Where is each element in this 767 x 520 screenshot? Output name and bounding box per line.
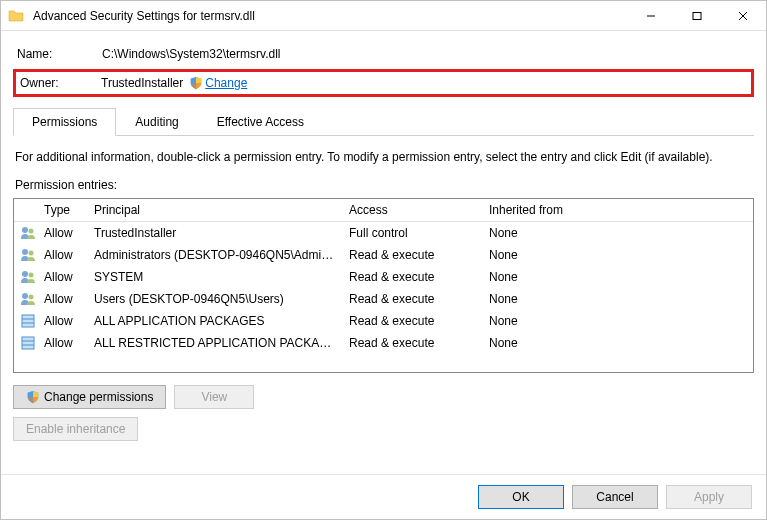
maximize-button[interactable] xyxy=(674,1,720,30)
table-row[interactable]: AllowALL RESTRICTED APPLICATION PACKAGES… xyxy=(14,332,753,354)
cancel-button[interactable]: Cancel xyxy=(572,485,658,509)
owner-value: TrustedInstaller xyxy=(101,76,183,90)
tab-auditing[interactable]: Auditing xyxy=(116,108,197,136)
entry-type: Allow xyxy=(38,288,88,310)
advanced-security-window: Advanced Security Settings for termsrv.d… xyxy=(0,0,767,520)
apply-button: Apply xyxy=(666,485,752,509)
entry-principal: ALL RESTRICTED APPLICATION PACKAGES xyxy=(88,332,343,354)
list-header: Type Principal Access Inherited from xyxy=(14,199,753,222)
entry-access: Read & execute xyxy=(343,332,483,354)
dialog-footer: OK Cancel Apply xyxy=(1,474,766,519)
help-text: For additional information, double-click… xyxy=(13,136,754,174)
entry-inherited: None xyxy=(483,310,753,332)
close-button[interactable] xyxy=(720,1,766,30)
entry-type: Allow xyxy=(38,266,88,288)
entry-principal: TrustedInstaller xyxy=(88,222,343,244)
package-icon xyxy=(14,331,38,355)
entry-access: Full control xyxy=(343,222,483,244)
owner-row-highlight: Owner: TrustedInstaller Change xyxy=(13,69,754,97)
owner-label: Owner: xyxy=(18,76,101,90)
table-row[interactable]: AllowAdministrators (DESKTOP-0946QN5\Adm… xyxy=(14,244,753,266)
table-row[interactable]: AllowUsers (DESKTOP-0946QN5\Users)Read &… xyxy=(14,288,753,310)
entry-type: Allow xyxy=(38,310,88,332)
entry-inherited: None xyxy=(483,288,753,310)
ok-button[interactable]: OK xyxy=(478,485,564,509)
table-row[interactable]: AllowTrustedInstallerFull controlNone xyxy=(14,222,753,244)
permission-entries-list[interactable]: Type Principal Access Inherited from All… xyxy=(13,198,754,373)
change-permissions-button[interactable]: Change permissions xyxy=(13,385,166,409)
entry-principal: Users (DESKTOP-0946QN5\Users) xyxy=(88,288,343,310)
entry-access: Read & execute xyxy=(343,266,483,288)
table-row[interactable]: AllowSYSTEMRead & executeNone xyxy=(14,266,753,288)
entry-access: Read & execute xyxy=(343,244,483,266)
tab-effective-access[interactable]: Effective Access xyxy=(198,108,323,136)
entry-inherited: None xyxy=(483,332,753,354)
users-icon xyxy=(14,221,38,245)
entry-type: Allow xyxy=(38,244,88,266)
name-row: Name: C:\Windows\System32\termsrv.dll xyxy=(13,41,754,67)
entry-inherited: None xyxy=(483,244,753,266)
col-access[interactable]: Access xyxy=(343,199,483,221)
entry-access: Read & execute xyxy=(343,310,483,332)
shield-icon xyxy=(189,76,203,90)
col-inherited[interactable]: Inherited from xyxy=(483,199,753,221)
shield-icon xyxy=(26,390,40,404)
entry-type: Allow xyxy=(38,222,88,244)
entry-principal: Administrators (DESKTOP-0946QN5\Admini..… xyxy=(88,244,343,266)
package-icon xyxy=(14,309,38,333)
col-type[interactable]: Type xyxy=(38,199,88,221)
change-owner-link[interactable]: Change xyxy=(205,76,247,90)
entry-inherited: None xyxy=(483,266,753,288)
titlebar[interactable]: Advanced Security Settings for termsrv.d… xyxy=(1,1,766,31)
table-row[interactable]: AllowALL APPLICATION PACKAGESRead & exec… xyxy=(14,310,753,332)
entry-type: Allow xyxy=(38,332,88,354)
entry-principal: SYSTEM xyxy=(88,266,343,288)
name-label: Name: xyxy=(17,47,102,61)
users-icon xyxy=(14,287,38,311)
tab-permissions[interactable]: Permissions xyxy=(13,108,116,136)
tab-strip: Permissions Auditing Effective Access xyxy=(13,107,754,136)
permission-entries-label: Permission entries: xyxy=(13,174,754,198)
view-button: View xyxy=(174,385,254,409)
window-title: Advanced Security Settings for termsrv.d… xyxy=(31,9,628,23)
entry-principal: ALL APPLICATION PACKAGES xyxy=(88,310,343,332)
users-icon xyxy=(14,265,38,289)
enable-inheritance-button: Enable inheritance xyxy=(13,417,138,441)
folder-icon xyxy=(1,8,31,24)
col-principal[interactable]: Principal xyxy=(88,199,343,221)
users-icon xyxy=(14,243,38,267)
entry-access: Read & execute xyxy=(343,288,483,310)
name-value: C:\Windows\System32\termsrv.dll xyxy=(102,47,280,61)
entry-inherited: None xyxy=(483,222,753,244)
minimize-button[interactable] xyxy=(628,1,674,30)
